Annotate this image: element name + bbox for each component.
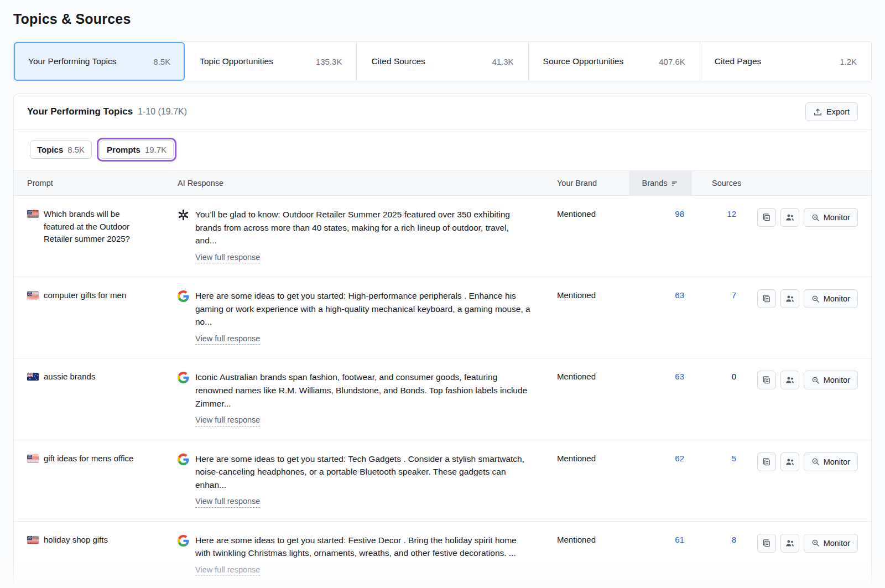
column-header-prompt: Prompt — [27, 171, 178, 195]
monitor-label: Monitor — [824, 213, 850, 222]
chip-count: 19.7K — [145, 145, 166, 154]
column-header-sources: Sources — [692, 171, 749, 195]
copy-response-button[interactable] — [757, 208, 776, 227]
brands-people-button[interactable] — [780, 208, 799, 227]
people-icon — [785, 213, 794, 222]
table-row: gift ideas for mens office — [14, 440, 871, 522]
chip-prompts[interactable]: Prompts 19.7K — [100, 141, 174, 159]
tab-label: Topic Opportunities — [200, 56, 273, 66]
view-full-response-link[interactable]: View full response — [195, 496, 260, 508]
tab-your-performing-topics[interactable]: Your Performing Topics 8.5K — [14, 42, 185, 81]
tab-count: 8.5K — [153, 57, 170, 66]
people-icon — [785, 376, 794, 384]
brands-people-button[interactable] — [780, 452, 799, 471]
table-header: Prompt AI Response Your Brand Brands Sou… — [14, 170, 871, 196]
table-row: computer gifts for men — [14, 277, 871, 358]
chip-label: Topics — [37, 145, 63, 154]
brands-people-button[interactable] — [780, 289, 799, 308]
ai-response-cell: Here are some ideas to get you started: … — [178, 289, 557, 345]
sources-count-link[interactable]: 12 — [692, 208, 749, 218]
table-row: aussie brands — [14, 358, 871, 440]
tab-topic-opportunities[interactable]: Topic Opportunities 135.3K — [185, 42, 356, 81]
prompt-text: holiday shop gifts — [44, 534, 108, 547]
row-actions: Monitor — [749, 371, 858, 389]
chip-topics[interactable]: Topics 8.5K — [30, 141, 92, 159]
tab-source-opportunities[interactable]: Source Opportunities 407.6K — [528, 42, 700, 81]
prompt-text: computer gifts for men — [44, 289, 126, 302]
ai-response-cell: Here are some ideas to get you started: … — [178, 534, 557, 576]
ai-response-text: Here are some ideas to get you started: … — [195, 534, 530, 560]
brands-count-link[interactable]: 63 — [629, 289, 692, 300]
view-full-response-link[interactable]: View full response — [195, 252, 260, 264]
country-flag-icon — [27, 373, 39, 381]
sources-count-link[interactable]: 0 — [692, 371, 749, 381]
brands-count-link[interactable]: 63 — [629, 371, 692, 381]
export-button[interactable]: Export — [805, 102, 858, 121]
export-icon — [814, 108, 822, 116]
result-range: 1-10 (19.7K) — [138, 107, 187, 117]
copy-response-button[interactable] — [757, 534, 776, 553]
country-flag-icon — [27, 536, 39, 544]
page-title: Topics & Sources — [13, 11, 872, 27]
brands-count-link[interactable]: 61 — [629, 534, 692, 544]
ai-engine-icon — [178, 454, 189, 465]
people-icon — [785, 294, 794, 303]
ai-engine-icon — [178, 290, 189, 302]
monitor-button[interactable]: Monitor — [804, 208, 858, 227]
brands-count-link[interactable]: 98 — [629, 208, 692, 218]
tab-count: 407.6K — [659, 57, 685, 66]
monitor-magnifier-icon — [811, 295, 820, 303]
table-row: Which brands will be featured at the Out… — [14, 196, 871, 277]
country-flag-icon — [27, 210, 39, 218]
sources-count-link[interactable]: 7 — [692, 289, 749, 300]
monitor-button[interactable]: Monitor — [804, 371, 858, 389]
prompt-cell: gift ideas for mens office — [27, 452, 178, 465]
monitor-button[interactable]: Monitor — [804, 452, 858, 471]
prompt-cell: computer gifts for men — [27, 289, 178, 302]
chip-label: Prompts — [107, 145, 140, 154]
copy-response-button[interactable] — [757, 452, 776, 471]
chip-count: 8.5K — [67, 145, 85, 154]
column-header-actions — [749, 171, 858, 195]
ai-response-cell: You’ll be glad to know: Outdoor Retailer… — [178, 208, 557, 263]
sources-count-link[interactable]: 5 — [692, 452, 749, 463]
ai-engine-icon — [178, 535, 189, 547]
brands-people-button[interactable] — [780, 534, 799, 553]
monitor-label: Monitor — [824, 539, 850, 548]
tab-label: Cited Pages — [715, 56, 761, 66]
brands-people-button[interactable] — [780, 371, 799, 389]
copy-icon — [762, 376, 771, 384]
tab-count: 41.3K — [492, 57, 513, 66]
sources-count-link[interactable]: 8 — [692, 534, 749, 544]
ai-engine-icon — [178, 372, 189, 383]
monitor-label: Monitor — [824, 294, 850, 303]
tab-cited-sources[interactable]: Cited Sources 41.3K — [356, 42, 528, 81]
copy-response-button[interactable] — [757, 289, 776, 308]
copy-icon — [762, 457, 771, 466]
view-full-response-link[interactable]: View full response — [195, 334, 260, 345]
chip-highlight-ring: Topics 8.5K — [27, 138, 95, 162]
brands-count-link[interactable]: 62 — [629, 452, 692, 463]
row-actions: Monitor — [749, 208, 858, 227]
monitor-button[interactable]: Monitor — [804, 534, 858, 553]
prompt-cell: Which brands will be featured at the Out… — [27, 208, 178, 246]
monitor-button[interactable]: Monitor — [804, 289, 858, 308]
table-body: Which brands will be featured at the Out… — [14, 196, 871, 588]
ai-response-text: You’ll be glad to know: Outdoor Retailer… — [195, 208, 530, 247]
ai-response-text: Here are some ideas to get you started: … — [195, 452, 530, 492]
tab-count: 135.3K — [316, 57, 342, 66]
view-full-response-link[interactable]: View full response — [195, 565, 260, 576]
prompt-text: Which brands will be featured at the Out… — [44, 208, 150, 246]
view-full-response-link[interactable]: View full response — [195, 415, 260, 426]
ai-response-cell: Iconic Australian brands span fashion, f… — [178, 371, 557, 426]
copy-icon — [762, 213, 771, 222]
tab-cited-pages[interactable]: Cited Pages 1.2K — [700, 42, 871, 81]
copy-response-button[interactable] — [757, 371, 776, 389]
row-actions: Monitor — [749, 289, 858, 308]
your-brand-status: Mentioned — [557, 452, 629, 463]
performing-topics-panel: Your Performing Topics 1-10 (19.7K) Expo… — [13, 93, 872, 588]
monitor-magnifier-icon — [811, 214, 820, 222]
export-label: Export — [826, 107, 850, 116]
column-header-brands[interactable]: Brands — [629, 171, 692, 195]
ai-engine-icon — [178, 209, 189, 221]
